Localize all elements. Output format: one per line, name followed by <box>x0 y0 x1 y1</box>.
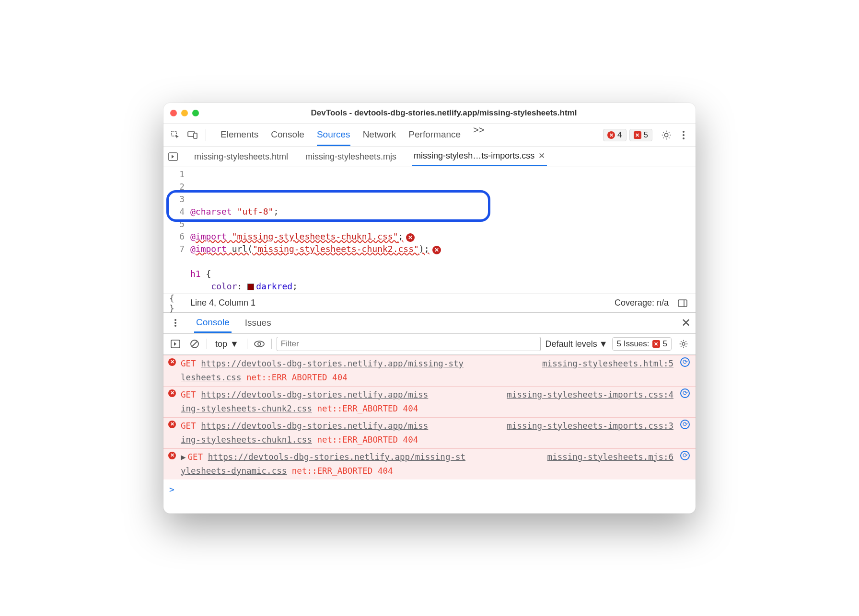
code-line[interactable]: @charset "utf-8"; <box>190 205 696 218</box>
main-toolbar: Elements Console Sources Network Perform… <box>163 124 696 147</box>
code-line[interactable]: h1 { <box>190 268 696 280</box>
chevron-down-icon: ▼ <box>599 339 608 349</box>
minimize-window-button[interactable] <box>181 110 188 116</box>
source-link[interactable]: missing-stylesheets.html:5 <box>542 357 673 371</box>
divider <box>206 129 206 141</box>
request-url[interactable]: https://devtools-dbg-stories.netlify.app… <box>201 421 428 431</box>
request-url[interactable]: https://devtools-dbg-stories.netlify.app… <box>208 452 465 462</box>
pretty-print-icon[interactable]: { } <box>169 296 184 310</box>
svg-point-3 <box>683 131 685 133</box>
divider <box>207 339 207 349</box>
issues-badge[interactable]: ✕5 <box>629 129 652 141</box>
chevron-down-icon: ▼ <box>230 339 239 349</box>
errors-badge[interactable]: ✕4 <box>603 129 626 141</box>
close-tab-icon[interactable]: ✕ <box>538 151 545 161</box>
error-icon: ✕ <box>168 358 176 366</box>
file-tabs: missing-stylesheets.html missing-stylesh… <box>163 147 696 167</box>
code-line[interactable] <box>190 218 696 230</box>
source-link[interactable]: missing-stylesheets-imports.css:4 <box>507 388 673 402</box>
request-url-cont[interactable]: ing-stylesheets-chunk2.css <box>181 404 312 413</box>
code-content[interactable]: @charset "utf-8"; @import "missing-style… <box>190 167 696 294</box>
tab-console[interactable]: Console <box>271 129 304 146</box>
console-settings-icon[interactable] <box>676 337 691 351</box>
request-url-cont[interactable]: ing-stylesheets-chukn1.css <box>181 435 312 445</box>
tab-network[interactable]: Network <box>363 129 396 146</box>
request-url-cont[interactable]: lesheets.css <box>181 373 241 382</box>
navigator-toggle-icon[interactable] <box>167 151 179 162</box>
context-selector[interactable]: top ▼ <box>212 337 242 352</box>
window-controls <box>170 110 199 116</box>
tab-performance[interactable]: Performance <box>408 129 461 146</box>
log-levels-selector[interactable]: Default levels ▼ <box>546 339 608 349</box>
line-gutter: 1234567 <box>163 167 190 294</box>
code-line[interactable]: @import url("missing-stylesheets-chunk2.… <box>190 243 696 255</box>
file-tab-2[interactable]: missing-stylesh…ts-imports.css ✕ <box>412 147 547 166</box>
drawer-tab-console[interactable]: Console <box>194 313 232 333</box>
settings-icon[interactable] <box>659 128 673 142</box>
svg-line-14 <box>192 342 197 346</box>
console-prompt[interactable]: > <box>163 479 696 499</box>
device-toolbar-icon[interactable] <box>186 128 200 142</box>
close-window-button[interactable] <box>170 110 177 116</box>
kebab-menu-icon[interactable] <box>676 128 691 142</box>
file-tab-1[interactable]: missing-stylesheets.mjs <box>303 148 398 166</box>
console-message[interactable]: ✕⟳GET https://devtools-dbg-stories.netli… <box>163 386 696 417</box>
request-url[interactable]: https://devtools-dbg-stories.netlify.app… <box>201 359 464 368</box>
sidebar-toggle-icon[interactable] <box>675 296 690 310</box>
divider <box>271 339 272 349</box>
svg-rect-7 <box>678 300 687 307</box>
console-toolbar: top ▼ Default levels ▼ 5 Issues: ✕ 5 <box>163 334 696 355</box>
svg-point-15 <box>255 341 264 347</box>
reload-icon[interactable]: ⟳ <box>680 420 690 429</box>
error-icon: ✕ <box>168 389 176 397</box>
error-badges: ✕4 ✕5 <box>603 129 652 141</box>
window-title: DevTools - devtools-dbg-stories.netlify.… <box>199 108 689 118</box>
reload-icon[interactable]: ⟳ <box>680 451 690 460</box>
drawer-close-icon[interactable]: ✕ <box>681 316 691 330</box>
error-icon: ✕ <box>168 421 176 428</box>
request-url-cont[interactable]: ylesheets-dynamic.css <box>181 466 287 476</box>
request-url[interactable]: https://devtools-dbg-stories.netlify.app… <box>201 390 428 399</box>
devtools-window: DevTools - devtools-dbg-stories.netlify.… <box>163 103 696 513</box>
file-tab-0[interactable]: missing-stylesheets.html <box>192 148 290 166</box>
console-filter-input[interactable] <box>277 337 541 351</box>
inspect-element-icon[interactable] <box>168 128 183 142</box>
live-expression-icon[interactable] <box>252 337 267 351</box>
code-line[interactable]: @import "missing-stylesheets-chukn1.css"… <box>190 230 696 243</box>
divider <box>247 339 247 349</box>
panel-tabs: Elements Console Sources Network Perform… <box>221 125 600 146</box>
svg-point-4 <box>683 134 685 136</box>
error-icon: ✕ <box>168 452 176 459</box>
clear-console-icon[interactable] <box>187 337 202 351</box>
issues-counter[interactable]: 5 Issues: ✕ 5 <box>612 337 672 351</box>
console-sidebar-toggle-icon[interactable] <box>168 337 183 351</box>
titlebar: DevTools - devtools-dbg-stories.netlify.… <box>163 103 696 124</box>
source-link[interactable]: missing-stylesheets-imports.css:3 <box>507 419 673 433</box>
code-editor[interactable]: 1234567 @charset "utf-8"; @import "missi… <box>163 167 696 294</box>
tab-sources[interactable]: Sources <box>317 129 350 146</box>
code-line[interactable]: color: darkred; <box>190 280 696 293</box>
drawer-menu-icon[interactable] <box>168 316 183 330</box>
console-output: ✕⟳GET https://devtools-dbg-stories.netli… <box>163 355 696 513</box>
more-tabs-icon[interactable]: >> <box>473 125 484 146</box>
coverage-status: Coverage: n/a <box>615 298 669 308</box>
console-message[interactable]: ✕⟳GET https://devtools-dbg-stories.netli… <box>163 417 696 448</box>
editor-statusbar: { } Line 4, Column 1 Coverage: n/a <box>163 294 696 313</box>
svg-rect-2 <box>194 133 197 138</box>
console-message[interactable]: ✕⟳▶GET https://devtools-dbg-stories.netl… <box>163 448 696 479</box>
svg-point-17 <box>682 342 685 345</box>
source-link[interactable]: missing-stylesheets.mjs:6 <box>547 450 673 464</box>
svg-point-9 <box>174 319 176 321</box>
console-message[interactable]: ✕⟳GET https://devtools-dbg-stories.netli… <box>163 355 696 386</box>
svg-point-11 <box>174 325 176 327</box>
svg-point-10 <box>174 322 176 324</box>
drawer-tab-issues[interactable]: Issues <box>243 314 273 332</box>
reload-icon[interactable]: ⟳ <box>680 388 690 398</box>
reload-icon[interactable]: ⟳ <box>680 357 690 367</box>
svg-point-5 <box>683 137 685 139</box>
cursor-position: Line 4, Column 1 <box>190 298 255 308</box>
drawer-tabs: Console Issues ✕ <box>163 313 696 334</box>
code-line[interactable] <box>190 255 696 268</box>
maximize-window-button[interactable] <box>192 110 199 116</box>
tab-elements[interactable]: Elements <box>221 129 258 146</box>
